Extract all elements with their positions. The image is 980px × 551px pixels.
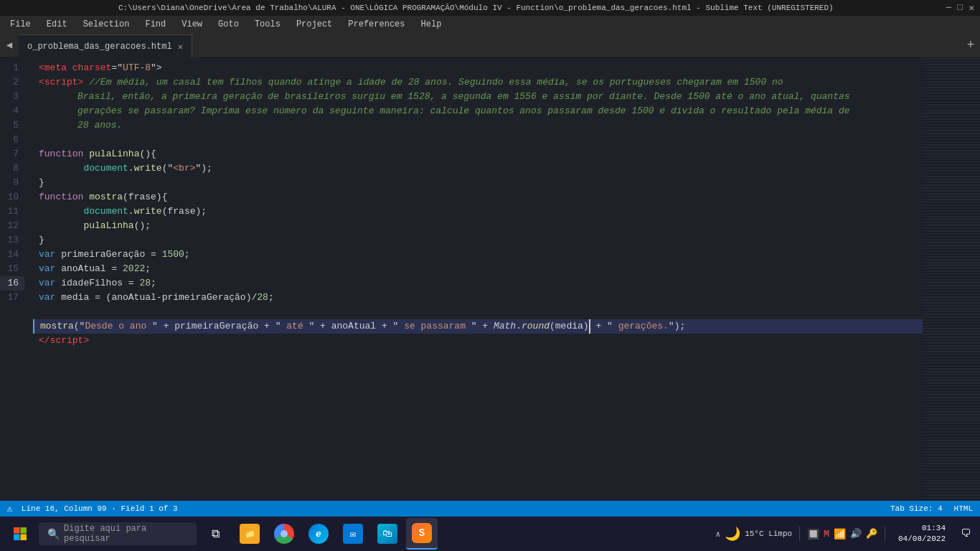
menu-project[interactable]: Project (289, 18, 339, 31)
line-num-13: 13 (0, 233, 24, 248)
tray-divider (799, 527, 800, 541)
menu-goto[interactable]: Goto (211, 18, 246, 31)
tab-filename: o_problema_das_geracoes.html (27, 42, 172, 52)
taskbar-sublime[interactable]: S (406, 518, 438, 550)
menu-bar: File Edit Selection Find View Goto Tools… (0, 16, 980, 33)
search-icon: 🔍 (47, 528, 60, 540)
store-icon: 🛍 (377, 524, 397, 544)
tray-icons: 🔲 M 📶 🔊 🔑 (807, 528, 877, 540)
svg-rect-1 (21, 527, 27, 534)
restore-button[interactable]: □ (957, 2, 963, 14)
line-num-7: 7 (0, 147, 24, 161)
code-line-16: mostra("Desde o ano " + primeiraGeração … (33, 319, 923, 334)
taskbar-search[interactable]: 🔍 Digite aqui para pesquisar (39, 522, 197, 545)
line-num-14: 14 (0, 248, 24, 262)
code-line-9: pulaLinha(); (33, 219, 923, 233)
svg-rect-0 (14, 527, 20, 534)
clock-time: 01:34 (898, 523, 946, 534)
code-line-4: function pulaLinha(){ (33, 147, 923, 161)
line-num-6: 6 (0, 133, 24, 147)
taskbar: 🔍 Digite aqui para pesquisar ⧉ 📁 e ✉ 🛍 S… (0, 517, 980, 551)
status-lang[interactable]: HTML (954, 504, 973, 513)
code-line-3 (33, 133, 923, 147)
code-line-5: document.write("<br>"); (33, 161, 923, 176)
minimap-content (923, 58, 980, 501)
line-num-5: 5 (0, 118, 24, 133)
menu-view[interactable]: View (174, 18, 209, 31)
line-num-4: 4 (0, 104, 24, 118)
volume-icon[interactable]: 🔊 (850, 528, 862, 540)
menu-tools[interactable]: Tools (248, 18, 288, 31)
code-line-2b: Brasil, então, a primeira geração de bra… (33, 90, 923, 104)
code-line-8: document.write(frase); (33, 204, 923, 219)
menu-preferences[interactable]: Preferences (341, 18, 412, 31)
code-line-11: var primeiraGeração = 1500; (33, 248, 923, 262)
line-num-9: 9 (0, 176, 24, 190)
code-line-14: var media = (anoAtual-primeiraGeração)/2… (33, 291, 923, 305)
minimize-button[interactable]: ─ (946, 2, 952, 14)
new-tab-button[interactable]: + (961, 32, 980, 57)
menu-edit[interactable]: Edit (39, 18, 75, 31)
menu-selection[interactable]: Selection (76, 18, 137, 31)
task-view-button[interactable]: ⧉ (199, 518, 231, 550)
clock-date: 04/08/2022 (898, 534, 946, 545)
menu-help[interactable]: Help (414, 18, 449, 31)
line-num-17: 17 (0, 291, 24, 305)
edge-icon: e (308, 524, 329, 544)
code-area[interactable]: <meta charset="UTF-8"> <script> //Em méd… (33, 58, 923, 501)
line-num-8: 8 (0, 161, 24, 176)
minimap (923, 58, 980, 501)
code-line-7: function mostra(frase){ (33, 190, 923, 204)
tray-overflow-button[interactable]: ∧ (716, 529, 721, 539)
notification-button[interactable]: 🗨 (956, 524, 976, 544)
moon-icon: 🌙 (725, 526, 740, 542)
code-line-2c: gerações se passaram? Imprima esse númer… (33, 104, 923, 118)
taskbar-clock[interactable]: 01:34 04/08/2022 (892, 523, 951, 545)
line-num-11: 11 (0, 204, 24, 219)
antivirus-icon[interactable]: M (824, 529, 829, 540)
editor: 1 2 3 4 5 6 7 8 9 10 11 12 13 14 15 16 1… (0, 58, 980, 501)
line-num-12: 12 (0, 219, 24, 233)
code-line-12: var anoAtual = 2022; (33, 262, 923, 276)
menu-find[interactable]: Find (138, 18, 173, 31)
status-tab-size[interactable]: Tab Size: 4 (890, 504, 943, 513)
accessibility-icon[interactable]: 🔲 (807, 528, 819, 540)
title-text: C:\Users\Diana\OneDrive\Área de Trabalho… (6, 4, 946, 12)
line-num-10: 10 (0, 190, 24, 204)
line-num-16: 16 (0, 276, 24, 291)
menu-file[interactable]: File (3, 18, 38, 31)
code-line-6: } (33, 176, 923, 190)
explorer-icon: 📁 (240, 524, 260, 544)
taskbar-edge[interactable]: e (303, 518, 334, 550)
code-line-13: var idadeFilhos = 28; (33, 276, 923, 291)
line-num-2: 2 (0, 75, 24, 90)
line-num-15: 15 (0, 262, 24, 276)
code-line-17: </script> (33, 334, 923, 348)
network-icon[interactable]: 📶 (834, 528, 846, 540)
vpn-icon[interactable]: 🔑 (866, 528, 877, 540)
taskbar-tray: ∧ 🌙 15°C Limpo 🔲 M 📶 🔊 🔑 01:34 04/08/202… (716, 523, 976, 545)
sublime-icon: S (412, 523, 432, 543)
editor-tab[interactable]: o_problema_das_geracoes.html ✕ (19, 34, 192, 58)
tab-close-button[interactable]: ✕ (178, 42, 183, 52)
taskbar-explorer[interactable]: 📁 (234, 518, 265, 550)
title-bar: C:\Users\Diana\OneDrive\Área de Trabalho… (0, 0, 980, 16)
svg-rect-3 (21, 534, 27, 541)
taskbar-mail[interactable]: ✉ (337, 518, 369, 550)
taskbar-store[interactable]: 🛍 (372, 518, 403, 550)
svg-rect-2 (14, 534, 20, 541)
status-bar: ⚠ Line 16, Column 99 · Field 1 of 3 Tab … (0, 501, 980, 517)
line-num-1: 1 (0, 61, 24, 75)
status-warning-icon: ⚠ (7, 503, 13, 514)
code-line-2: <script> //Em média, um casal tem filhos… (33, 75, 923, 90)
search-placeholder: Digite aqui para pesquisar (64, 524, 188, 544)
code-line-2d: 28 anos. (33, 118, 923, 133)
line-num-3: 3 (0, 90, 24, 104)
taskbar-chrome[interactable] (268, 518, 300, 550)
code-line-1: <meta charset="UTF-8"> (33, 61, 923, 75)
tab-nav-left[interactable]: ◀ (0, 32, 19, 57)
status-position[interactable]: Line 16, Column 99 · Field 1 of 3 (22, 504, 178, 513)
weather-text[interactable]: 15°C Limpo (745, 529, 792, 538)
close-button[interactable]: ✕ (969, 2, 974, 14)
start-button[interactable] (4, 518, 36, 550)
